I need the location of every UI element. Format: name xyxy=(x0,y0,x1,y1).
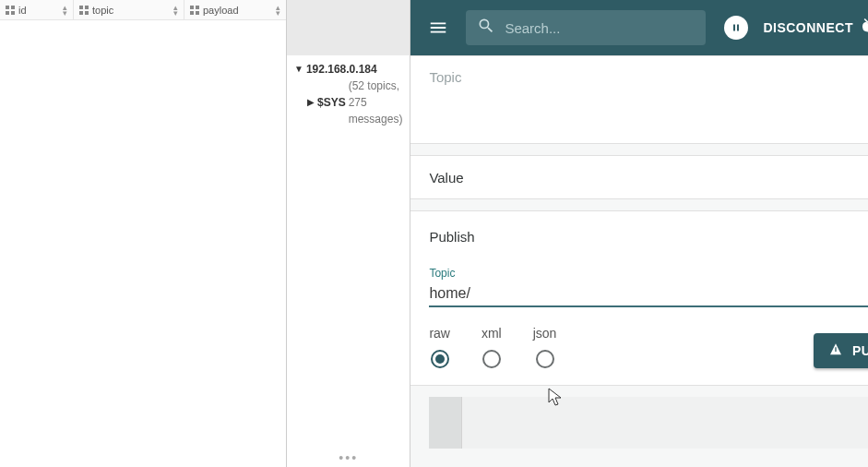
svg-rect-3 xyxy=(11,11,15,15)
radio-icon[interactable] xyxy=(431,350,449,368)
format-label: json xyxy=(533,326,557,341)
svg-rect-0 xyxy=(6,6,9,9)
topic-input[interactable] xyxy=(429,281,868,305)
cloud-off-icon xyxy=(862,16,868,40)
format-label: xml xyxy=(482,326,502,341)
send-icon xyxy=(828,342,843,360)
svg-rect-1 xyxy=(11,6,15,9)
column-label: payload xyxy=(203,5,239,16)
column-headers: id▴▾topic▴▾payload▴▾ xyxy=(0,0,286,20)
topic-card[interactable]: Topic xyxy=(410,55,868,144)
svg-rect-5 xyxy=(85,6,89,9)
svg-rect-10 xyxy=(190,11,194,15)
payload-editor[interactable] xyxy=(410,397,868,449)
publish-button-label: PUBLISH xyxy=(852,343,868,358)
topic-input-wrap: ✕ xyxy=(429,281,868,307)
format-option-json[interactable]: json xyxy=(533,326,557,368)
publish-card-label: Publish xyxy=(429,229,474,245)
tree-top-spacer xyxy=(287,0,410,55)
svg-rect-8 xyxy=(190,6,194,9)
svg-rect-4 xyxy=(79,6,83,9)
sort-icon: ▴▾ xyxy=(276,5,280,16)
svg-rect-7 xyxy=(85,11,89,15)
svg-rect-6 xyxy=(79,11,83,15)
column-header-topic[interactable]: topic▴▾ xyxy=(74,0,184,19)
column-label: id xyxy=(18,5,27,16)
topic-field-label: Topic xyxy=(429,267,868,280)
tree-drag-handle[interactable]: ••• xyxy=(287,449,410,467)
gutter xyxy=(429,397,462,449)
sort-icon: ▴▾ xyxy=(63,5,67,16)
search-icon xyxy=(477,17,495,39)
svg-rect-2 xyxy=(6,11,9,15)
publish-card: Publish Topic ✕ rawxmljson xyxy=(410,210,868,386)
collapse-icon: ▼ xyxy=(294,61,303,78)
topic-tree-panel: ▼ 192.168.0.184 ▶ $SYS (52 topics, 275 m… xyxy=(287,0,410,467)
value-card-label: Value xyxy=(429,170,463,186)
tree-root-row[interactable]: ▼ 192.168.0.184 xyxy=(294,61,402,78)
radio-icon[interactable] xyxy=(482,350,501,368)
sort-icon: ▴▾ xyxy=(173,5,178,16)
format-option-xml[interactable]: xml xyxy=(482,326,502,368)
column-header-id[interactable]: id▴▾ xyxy=(0,0,74,19)
pause-button[interactable] xyxy=(724,16,748,40)
svg-rect-9 xyxy=(196,6,199,9)
format-label: raw xyxy=(429,326,450,341)
publish-button[interactable]: PUBLISH xyxy=(814,333,868,368)
topic-card-label: Topic xyxy=(429,69,461,85)
topbar: DISCONNECT xyxy=(410,0,868,55)
column-label: topic xyxy=(92,5,113,16)
format-radio-group: rawxmljson xyxy=(429,326,556,368)
format-option-raw[interactable]: raw xyxy=(429,326,450,368)
column-icon xyxy=(79,6,89,15)
column-icon xyxy=(6,6,15,15)
radio-icon[interactable] xyxy=(536,350,554,368)
value-card[interactable]: Value xyxy=(410,155,868,199)
column-icon xyxy=(190,6,199,15)
tree-sys-row[interactable]: ▶ $SYS (52 topics, 275 messages) xyxy=(294,78,402,127)
tree-sys-meta: (52 topics, 275 messages) xyxy=(349,78,403,127)
svg-rect-11 xyxy=(196,11,199,15)
records-table-panel: id▴▾topic▴▾payload▴▾ xyxy=(0,0,287,467)
search-input[interactable] xyxy=(505,20,695,36)
menu-button[interactable] xyxy=(420,9,457,46)
expand-icon: ▶ xyxy=(307,94,315,111)
disconnect-button[interactable]: DISCONNECT xyxy=(763,20,853,35)
right-panel: DISCONNECT Topic Value xyxy=(410,0,868,467)
tree-sys-label: $SYS xyxy=(317,94,346,111)
search-box[interactable] xyxy=(466,10,706,45)
tree-root-label: 192.168.0.184 xyxy=(306,61,377,78)
column-header-payload[interactable]: payload▴▾ xyxy=(184,0,286,19)
